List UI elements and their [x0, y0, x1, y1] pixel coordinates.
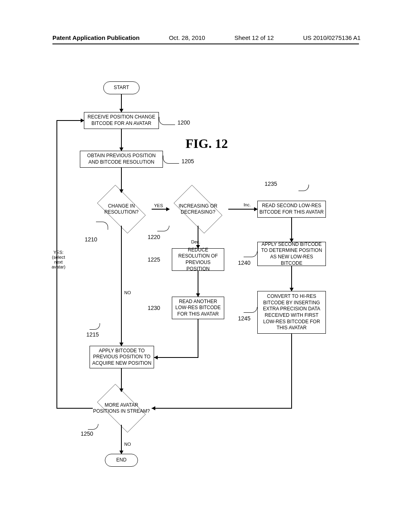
header-rule [52, 44, 359, 44]
process-1200-label: RECEIVE POSITION CHANGE BITCODE FOR AN A… [86, 114, 157, 127]
decision-1220: INCREASING OR DECREASING? [168, 191, 228, 227]
edge-label-1250-yes: YES: (select next avatar) [48, 250, 69, 269]
edge-1235-1240 [291, 218, 292, 242]
edge-1250-end [121, 425, 122, 453]
process-1225-label: REDUCE RESOLUTION OF PREVIOUS POSITION [174, 247, 222, 272]
ref-1230: 1230 [148, 305, 160, 311]
leader-1250 [88, 424, 98, 430]
page-header: Patent Application Publication Oct. 28, … [0, 34, 413, 41]
start-label: START [114, 85, 129, 91]
leader-1245 [244, 307, 257, 313]
decision-1210-label: CHANGE IN RESOLUTION? [91, 203, 152, 215]
end-terminal: END [105, 454, 138, 467]
ref-1200: 1200 [177, 119, 190, 126]
ref-1245: 1245 [238, 315, 250, 322]
decision-1220-label: INCREASING OR DECREASING? [168, 203, 228, 215]
start-terminal: START [103, 81, 140, 94]
process-1240: APPLY SECOND BITCODE TO DETERMINE POSITI… [257, 242, 326, 266]
leader-1235 [298, 185, 309, 191]
publication-date: Oct. 28, 2010 [169, 34, 205, 41]
ref-1250: 1250 [81, 430, 93, 437]
edge-1230-1215h [154, 357, 198, 358]
leader-1200 [159, 117, 175, 125]
sheet-number: Sheet 12 of 12 [234, 34, 274, 41]
edge-label-1250-no: NO [124, 442, 131, 447]
process-1215-label: APPLY BITCODE TO PREVIOUS POSITION TO AC… [92, 348, 152, 367]
process-1225: REDUCE RESOLUTION OF PREVIOUS POSITION [172, 248, 224, 271]
decision-1250: MORE AVATAR POSITIONS IN STREAM? [91, 390, 152, 426]
leader-1220 [157, 226, 169, 231]
ref-1205: 1205 [181, 158, 194, 164]
ref-1225: 1225 [148, 256, 160, 263]
leader-1215 [90, 323, 100, 330]
ref-1210: 1210 [85, 236, 97, 243]
process-1205-label: OBTAIN PREVIOUS POSITION AND BITCODE RES… [82, 153, 161, 165]
publication-type: Patent Application Publication [52, 34, 140, 41]
edge-1245-1250h [152, 408, 292, 409]
process-1230: READ ANOTHER LOW-RES BITCODE FOR THIS AV… [172, 297, 224, 319]
process-1205: OBTAIN PREVIOUS POSITION AND BITCODE RES… [80, 151, 163, 168]
edge-1205-1210 [121, 168, 122, 193]
edge-label-1220-inc: Inc. [244, 202, 251, 207]
figure-title: FIG. 12 [186, 136, 228, 151]
edge-1250-loop-h1 [56, 408, 93, 409]
ref-1235: 1235 [265, 181, 277, 187]
process-1245: CONVERT TO HI-RES BITCODE BY INSERTING E… [257, 291, 326, 334]
edge-1225-1230 [198, 271, 198, 297]
edge-1245-1250v [291, 334, 292, 408]
edge-label-1210-yes: YES [154, 203, 163, 208]
process-1235: READ SECOND LOW-RES BITCODE FOR THIS AVA… [257, 201, 326, 218]
leader-1240 [244, 251, 257, 257]
edge-1210-1215 [121, 226, 122, 346]
edge-label-1220-dec: Dec. [191, 239, 200, 244]
edge-1220-1235 [228, 209, 257, 210]
edge-1230-1215v [198, 319, 198, 357]
process-1200: RECEIVE POSITION CHANGE BITCODE FOR AN A… [84, 112, 159, 129]
edge-label-1210-no: NO [124, 290, 131, 295]
edge-1250-loop-h2 [56, 120, 84, 121]
process-1215: APPLY BITCODE TO PREVIOUS POSITION TO AC… [90, 346, 154, 368]
end-label: END [116, 457, 126, 463]
ref-1220: 1220 [148, 234, 160, 240]
publication-number: US 2010/0275136 A1 [303, 34, 361, 41]
ref-1240: 1240 [238, 260, 250, 266]
ref-1215: 1215 [86, 331, 99, 338]
process-1245-label: CONVERT TO HI-RES BITCODE BY INSERTING E… [259, 293, 324, 331]
edge-1240-1245 [291, 266, 292, 291]
process-1230-label: READ ANOTHER LOW-RES BITCODE FOR THIS AV… [174, 299, 222, 318]
leader-1205 [163, 156, 179, 164]
decision-1250-label: MORE AVATAR POSITIONS IN STREAM? [91, 402, 152, 414]
process-1235-label: READ SECOND LOW-RES BITCODE FOR THIS AVA… [259, 203, 324, 215]
process-1240-label: APPLY SECOND BITCODE TO DETERMINE POSITI… [259, 241, 324, 266]
leader-1210 [96, 222, 108, 230]
